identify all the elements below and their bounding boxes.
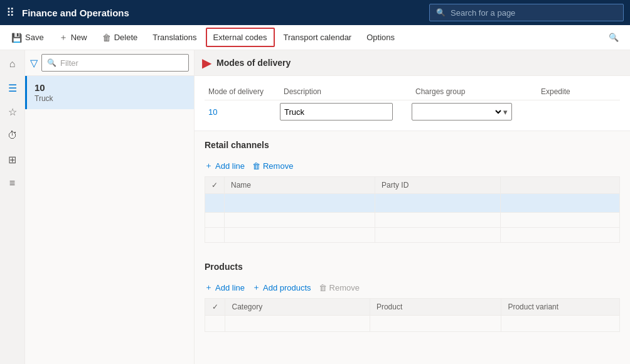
- search-placeholder: Search for a page: [451, 8, 515, 18]
- modes-of-delivery-header: ▶ Modes of delivery: [195, 50, 630, 76]
- products-title: Products: [205, 258, 620, 274]
- modes-of-delivery-title: Modes of delivery: [216, 58, 291, 68]
- products-toolbar: ＋ Add line ＋ Add products 🗑 Remove: [205, 279, 620, 298]
- sidebar-icons: ⌂ ☰ ☆ ⏱ ⊞ ≡: [0, 50, 25, 364]
- retail-grid-row-3: [205, 228, 620, 243]
- detail-panel: ▶ Modes of delivery Mode of delivery Des…: [195, 50, 630, 364]
- options-button[interactable]: Options: [360, 29, 401, 46]
- charges-group-select-wrap[interactable]: ▾: [412, 103, 512, 120]
- sidebar-grid-icon[interactable]: ⊞: [1, 148, 24, 171]
- retail-name-cell[interactable]: [225, 194, 375, 213]
- retail-channels-title: Retail channels: [205, 136, 620, 153]
- retail-add-line-button[interactable]: ＋ Add line: [205, 160, 245, 171]
- field-headers: Mode of delivery Description Charges gro…: [205, 82, 620, 100]
- products-add-products-icon: ＋: [252, 282, 260, 293]
- transport-calendar-button[interactable]: Transport calendar: [277, 29, 358, 46]
- sidebar-list-icon[interactable]: ☰: [1, 77, 24, 99]
- sidebar-star-icon[interactable]: ☆: [1, 100, 24, 123]
- expedite-value: [537, 109, 630, 114]
- translations-button[interactable]: Translations: [146, 29, 203, 46]
- products-add-line-button[interactable]: ＋ Add line: [205, 282, 245, 293]
- cmd-search-icon[interactable]: 🔍: [602, 29, 625, 46]
- retail-partyid-col-header: Party ID: [375, 177, 501, 194]
- retail-name-col-header: Name: [225, 177, 375, 194]
- list-item-truck[interactable]: 10 Truck: [25, 76, 194, 109]
- chevron-down-icon: ▾: [503, 107, 508, 117]
- expedite-col-header: Expedite: [537, 85, 630, 99]
- app-title: Finance and Operations: [22, 8, 422, 18]
- retail-grid-row-1[interactable]: [205, 194, 620, 213]
- products-variant-col-header: Product variant: [501, 299, 620, 316]
- top-bar: ⠿ Finance and Operations 🔍 Search for a …: [0, 0, 630, 25]
- mode-of-delivery-value[interactable]: 10: [205, 105, 280, 119]
- new-button[interactable]: ＋ New: [53, 28, 93, 47]
- add-line-icon: ＋: [205, 160, 213, 171]
- list-panel: ▽ 🔍 Filter 10 Truck: [25, 50, 195, 364]
- mode-of-delivery-col-header: Mode of delivery: [205, 85, 280, 99]
- delete-icon: 🗑: [102, 33, 111, 43]
- sidebar-home-icon[interactable]: ⌂: [1, 53, 24, 75]
- command-bar: 💾 Save ＋ New 🗑 Delete Translations Exter…: [0, 25, 630, 50]
- external-codes-button[interactable]: External codes: [206, 28, 275, 47]
- retail-channels-section: Retail channels ＋ Add line 🗑 Remove ✓ Na…: [195, 131, 630, 248]
- filter-bar: ▽ 🔍 Filter: [25, 50, 194, 76]
- sidebar-modules-icon[interactable]: ≡: [1, 172, 24, 195]
- products-remove-icon: 🗑: [319, 283, 327, 292]
- retail-check-col-header: ✓: [205, 177, 225, 194]
- waffle-icon[interactable]: ⠿: [6, 6, 14, 19]
- form-area: Mode of delivery Description Charges gro…: [195, 76, 630, 131]
- products-grid: ✓ Category Product Product variant: [205, 298, 620, 332]
- retail-grid-row-2: [205, 213, 620, 228]
- retail-extra-cell: [501, 194, 620, 213]
- products-remove-button[interactable]: 🗑 Remove: [319, 283, 360, 292]
- save-icon: 💾: [11, 33, 22, 43]
- new-icon: ＋: [59, 32, 68, 43]
- retail-partyid-cell[interactable]: [375, 194, 501, 213]
- sidebar-clock-icon[interactable]: ⏱: [1, 124, 24, 147]
- products-product-col-header: Product: [370, 299, 501, 316]
- description-input[interactable]: [280, 103, 393, 120]
- search-icon: 🔍: [436, 8, 446, 17]
- save-button[interactable]: 💾 Save: [5, 29, 50, 46]
- field-data-row: 10 ▾: [205, 100, 620, 123]
- remove-icon: 🗑: [252, 161, 260, 171]
- search-bar[interactable]: 🔍 Search for a page: [429, 4, 624, 21]
- products-add-line-icon: ＋: [205, 282, 213, 293]
- charges-group-col-header: Charges group: [412, 85, 537, 99]
- products-section: Products ＋ Add line ＋ Add products 🗑 Rem…: [195, 253, 630, 337]
- retail-channels-grid: ✓ Name Party ID: [205, 176, 620, 243]
- main-layout: ⌂ ☰ ☆ ⏱ ⊞ ≡ ▽ 🔍 Filter 10 Truck ▶ Modes …: [0, 50, 630, 364]
- products-category-col-header: Category: [225, 299, 370, 316]
- retail-remove-button[interactable]: 🗑 Remove: [252, 161, 293, 171]
- filter-search-icon: 🔍: [47, 58, 56, 67]
- description-col-header: Description: [280, 85, 412, 99]
- arrow-right-icon: ▶: [202, 55, 211, 70]
- filter-input[interactable]: 🔍 Filter: [41, 54, 189, 72]
- retail-grid-header-row: ✓ Name Party ID: [205, 177, 620, 194]
- retail-channels-toolbar: ＋ Add line 🗑 Remove: [205, 158, 620, 176]
- products-grid-header-row: ✓ Category Product Product variant: [205, 299, 620, 316]
- products-grid-row-1: [205, 316, 620, 332]
- products-check-col-header: ✓: [205, 299, 225, 316]
- retail-extra-col-header: [501, 177, 620, 194]
- list-item-label: Truck: [35, 94, 186, 103]
- delete-button[interactable]: 🗑 Delete: [96, 29, 144, 46]
- filter-icon[interactable]: ▽: [30, 57, 38, 69]
- list-item-number: 10: [35, 82, 186, 93]
- products-add-products-button[interactable]: ＋ Add products: [252, 282, 311, 293]
- filter-placeholder: Filter: [60, 58, 78, 68]
- charges-group-select[interactable]: [416, 107, 503, 117]
- retail-check-cell: [205, 194, 225, 213]
